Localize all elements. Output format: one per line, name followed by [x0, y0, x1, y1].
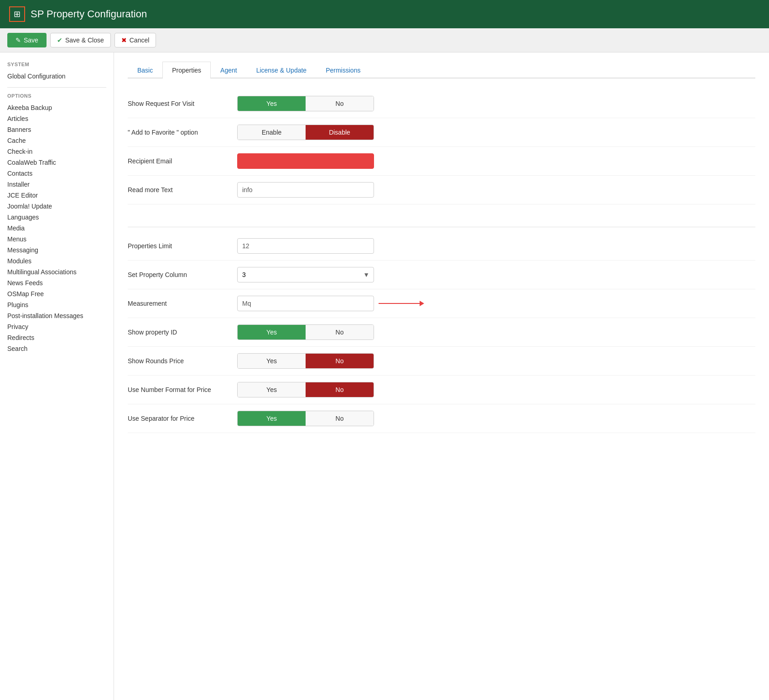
toggle-disable-favorite[interactable]: Disable — [306, 125, 374, 140]
sidebar-item-contacts[interactable]: Contacts — [7, 168, 106, 179]
field-row-number-format: Use Number Format for Price Yes No — [128, 376, 755, 404]
arrow-line — [379, 303, 420, 304]
field-row-measurement: Measurement — [128, 289, 755, 318]
section-spacer — [128, 218, 755, 227]
sidebar-item-redirects[interactable]: Redirects — [7, 332, 106, 343]
field-row-properties-limit: Properties Limit — [128, 232, 755, 261]
check-icon: ✔ — [57, 37, 62, 44]
control-rounds-price: Yes No — [237, 353, 755, 369]
field-row-property-column: Set Property Column 1 2 3 4 5 6 ▼ — [128, 261, 755, 289]
read-more-input[interactable] — [237, 182, 374, 198]
sidebar-item-post-installation[interactable]: Post-installation Messages — [7, 310, 106, 321]
tab-properties[interactable]: Properties — [162, 62, 211, 78]
sidebar-item-search[interactable]: Search — [7, 343, 106, 354]
sidebar-item-check-in[interactable]: Check-in — [7, 146, 106, 157]
sidebar-item-osmap[interactable]: OSMap Free — [7, 288, 106, 299]
control-number-format: Yes No — [237, 382, 755, 397]
tab-basic[interactable]: Basic — [128, 62, 162, 78]
save-icon: ✎ — [16, 37, 21, 44]
sidebar-item-privacy[interactable]: Privacy — [7, 321, 106, 332]
sidebar-item-menus[interactable]: Menus — [7, 234, 106, 245]
toggle-yes-number-format[interactable]: Yes — [238, 382, 306, 397]
control-properties-limit — [237, 238, 755, 254]
sidebar-item-cache[interactable]: Cache — [7, 135, 106, 146]
toggle-yes-separator-price[interactable]: Yes — [238, 411, 306, 426]
toggle-rounds-price: Yes No — [237, 353, 374, 369]
content-area: Basic Properties Agent License & Update … — [114, 52, 769, 700]
field-row-request-visit: Show Request For Visit Yes No — [128, 89, 755, 118]
control-email — [237, 153, 755, 169]
toggle-property-id: Yes No — [237, 324, 374, 340]
cancel-button[interactable]: ✖ Cancel — [114, 33, 156, 47]
toggle-no-request-visit[interactable]: No — [306, 96, 374, 111]
sidebar-item-akeeba-backup[interactable]: Akeeba Backup — [7, 102, 106, 113]
app-icon: ⊞ — [9, 6, 25, 22]
toolbar: ✎ Save ✔ Save & Close ✖ Cancel — [0, 28, 769, 52]
label-measurement: Measurement — [128, 300, 228, 307]
properties-limit-input[interactable] — [237, 238, 374, 254]
sidebar-item-languages[interactable]: Languages — [7, 212, 106, 223]
sidebar-item-media[interactable]: Media — [7, 223, 106, 234]
tab-permissions[interactable]: Permissions — [316, 62, 370, 78]
label-separator-price: Use Separator for Price — [128, 415, 228, 422]
label-rounds-price: Show Rounds Price — [128, 357, 228, 365]
sidebar-system-title: SYSTEM — [7, 62, 106, 67]
sidebar-item-coalaweb[interactable]: CoalaWeb Traffic — [7, 157, 106, 168]
sidebar-item-joomla-update[interactable]: Joomla! Update — [7, 201, 106, 212]
sidebar-item-multilingual[interactable]: Multilingual Associations — [7, 266, 106, 277]
toggle-request-visit: Yes No — [237, 96, 374, 111]
page-header: ⊞ SP Property Configuration — [0, 0, 769, 28]
field-row-favorite: " Add to Favorite " option Enable Disabl… — [128, 118, 755, 147]
sidebar-item-messaging[interactable]: Messaging — [7, 245, 106, 256]
form-section-2: Properties Limit Set Property Column 1 2… — [128, 232, 755, 433]
control-separator-price: Yes No — [237, 411, 755, 426]
toggle-no-number-format[interactable]: No — [306, 382, 374, 397]
sidebar-item-jce-editor[interactable]: JCE Editor — [7, 190, 106, 201]
tab-license-update[interactable]: License & Update — [247, 62, 317, 78]
sidebar-item-modules[interactable]: Modules — [7, 256, 106, 266]
field-row-property-id: Show property ID Yes No — [128, 318, 755, 347]
sidebar-item-installer[interactable]: Installer — [7, 179, 106, 190]
label-read-more: Read more Text — [128, 186, 228, 193]
tab-agent[interactable]: Agent — [211, 62, 247, 78]
toggle-no-property-id[interactable]: No — [306, 325, 374, 340]
save-button[interactable]: ✎ Save — [7, 33, 47, 47]
control-read-more — [237, 182, 755, 198]
property-column-select[interactable]: 1 2 3 4 5 6 — [237, 267, 374, 282]
field-row-read-more: Read more Text — [128, 176, 755, 204]
sidebar-item-plugins[interactable]: Plugins — [7, 299, 106, 310]
field-row-separator-price: Use Separator for Price Yes No — [128, 404, 755, 433]
control-property-id: Yes No — [237, 324, 755, 340]
label-property-id: Show property ID — [128, 329, 228, 336]
main-layout: SYSTEM Global Configuration OPTIONS Akee… — [0, 52, 769, 700]
toggle-favorite: Enable Disable — [237, 125, 374, 140]
sidebar: SYSTEM Global Configuration OPTIONS Akee… — [0, 52, 114, 700]
field-row-email: Recipient Email — [128, 147, 755, 176]
control-request-visit: Yes No — [237, 96, 755, 111]
form-section-1: Show Request For Visit Yes No " Add to F… — [128, 89, 755, 204]
toggle-no-separator-price[interactable]: No — [306, 411, 374, 426]
sidebar-item-news-feeds[interactable]: News Feeds — [7, 277, 106, 288]
control-favorite: Enable Disable — [237, 125, 755, 140]
toggle-yes-request-visit[interactable]: Yes — [238, 96, 306, 111]
label-email: Recipient Email — [128, 157, 228, 165]
label-properties-limit: Properties Limit — [128, 242, 228, 250]
arrow-head-icon — [420, 301, 424, 306]
toggle-separator-price: Yes No — [237, 411, 374, 426]
toggle-number-format: Yes No — [237, 382, 374, 397]
save-close-button[interactable]: ✔ Save & Close — [50, 33, 111, 47]
sidebar-item-global-configuration[interactable]: Global Configuration — [7, 71, 106, 82]
label-favorite: " Add to Favorite " option — [128, 129, 228, 136]
x-icon: ✖ — [121, 37, 127, 44]
measurement-input[interactable] — [237, 296, 374, 311]
sidebar-item-articles[interactable]: Articles — [7, 113, 106, 124]
email-input[interactable] — [237, 153, 374, 169]
toggle-no-rounds-price[interactable]: No — [306, 354, 374, 368]
control-measurement — [237, 296, 755, 311]
sidebar-item-banners[interactable]: Banners — [7, 124, 106, 135]
toggle-yes-property-id[interactable]: Yes — [238, 325, 306, 340]
toggle-yes-rounds-price[interactable]: Yes — [238, 354, 306, 368]
label-number-format: Use Number Format for Price — [128, 386, 228, 393]
toggle-enable-favorite[interactable]: Enable — [238, 125, 306, 140]
sidebar-options-title: OPTIONS — [7, 93, 106, 99]
